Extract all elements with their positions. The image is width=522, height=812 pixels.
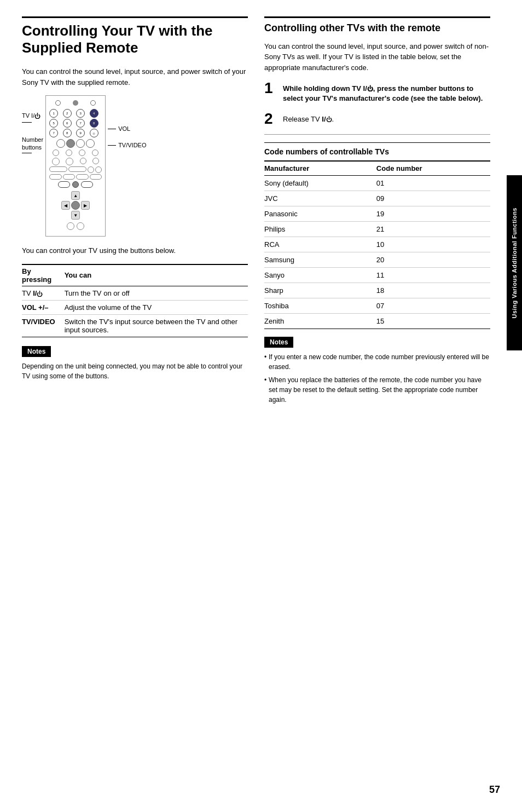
notes-section-right: Notes If you enter a new code number, th… [264,337,490,405]
col2-header: You can [65,264,248,286]
code-table-row: Zenith15 [264,314,490,329]
manufacturer-cell: Sharp [264,283,376,298]
dpad: ▲ ▼ ◀ ▶ [49,181,102,230]
notes-bullet: When you replace the batteries of the re… [264,375,490,405]
col1-header: By pressing [22,264,65,286]
page-number: 57 [489,784,500,796]
right-column: Controlling other TVs with the remote Yo… [264,16,490,796]
section-title-right: Controlling other TVs with the remote [264,16,490,34]
left-column: Controlling Your TV with the Supplied Re… [22,16,248,796]
mid-buttons [49,139,102,148]
code-table-row: JVC09 [264,191,490,206]
code-cell: 15 [376,314,490,329]
manufacturer-cell: Toshiba [264,298,376,314]
manufacturer-cell: Sanyo [264,268,376,283]
main-title: Controlling Your TV with the Supplied Re… [22,16,248,56]
number-button-grid: 1 2 3 4 5 6 7 8 7 8 9 ⊕ [49,109,102,137]
tvvideo-label: TV/VIDEO [108,142,146,148]
manufacturer-cell: Panasonic [264,206,376,222]
notes-bullet: If you enter a new code number, the code… [264,352,490,372]
code-cell: 19 [376,206,490,222]
remote-right-labels: VOL TV/VIDEO [108,95,146,148]
rect-buttons [49,158,102,180]
pressing-vol: VOL +/– [22,300,65,314]
code-cell: 01 [376,176,490,191]
intro-text-right: You can control the sound level, input s… [264,41,490,73]
code-table-row: RCA10 [264,237,490,252]
notes-text-left: Depending on the unit being connected, y… [22,361,248,381]
manufacturer-cell: RCA [264,237,376,252]
code-cell: 11 [376,268,490,283]
code-table-row: Samsung20 [264,252,490,268]
code-table-title: Code numbers of controllable TVs [264,142,490,156]
code-table-row: Sanyo11 [264,268,490,283]
code-col2-header: Code number [376,161,490,176]
action-vol: Adjust the volume of the TV [65,300,248,314]
vol-label: VOL [108,125,146,132]
manufacturer-cell: JVC [264,191,376,206]
code-table-row: Panasonic19 [264,206,490,222]
step-1-num: 1 [264,80,277,96]
code-cell: 18 [376,283,490,298]
manufacturer-cell: Philips [264,222,376,237]
notes-label-right: Notes [264,337,293,348]
code-cell: 07 [376,298,490,314]
action-tv-power: Turn the TV on or off [65,286,248,300]
pressing-tvvideo: TV/VIDEO [22,314,65,337]
step-2-num: 2 [264,111,277,126]
remote-left-labels: TV I/⏻ Number buttons [22,95,43,161]
code-table-row: Sharp18 [264,283,490,298]
code-col1-header: Manufacturer [264,161,376,176]
code-table-row: Philips21 [264,222,490,237]
table-row: TV/VIDEO Switch the TV's input source be… [22,314,248,337]
code-cell: 21 [376,222,490,237]
code-table: Manufacturer Code number Sony (default)0… [264,160,490,329]
manufacturer-cell: Sony (default) [264,176,376,191]
remote-image: 1 2 3 4 5 6 7 8 7 8 9 ⊕ [45,95,106,237]
press-table: By pressing You can TV I/⏻ Turn the TV o… [22,264,248,337]
intro-text-left: You can control the sound level, input s… [22,66,248,88]
step-2-text: Release TV I/⏻. [283,111,334,124]
manufacturer-cell: Zenith [264,314,376,329]
code-cell: 09 [376,191,490,206]
action-tvvideo: Switch the TV's input source between the… [65,314,248,337]
table-row: TV I/⏻ Turn the TV on or off [22,286,248,300]
number-buttons-label: Number buttons [22,136,43,154]
notes-label-left: Notes [22,346,51,357]
pressing-tv-power: TV I/⏻ [22,286,65,300]
manufacturer-cell: Samsung [264,252,376,268]
step-1: 1 While holding down TV I/⏻, press the n… [264,80,490,103]
code-cell: 20 [376,252,490,268]
notes-section-left: Notes Depending on the unit being connec… [22,346,248,381]
side-tab: Using Various Additional Functions [507,175,522,350]
table-row: VOL +/– Adjust the volume of the TV [22,300,248,314]
step-2: 2 Release TV I/⏻. [264,111,490,126]
code-table-row: Sony (default)01 [264,176,490,191]
notes-bullets-right: If you enter a new code number, the code… [264,352,490,405]
below-text: You can control your TV using the button… [22,245,248,256]
remote-diagram: TV I/⏻ Number buttons [22,95,248,237]
code-cell: 10 [376,237,490,252]
code-table-row: Toshiba07 [264,298,490,314]
step-1-text: While holding down TV I/⏻, press the num… [283,80,490,103]
side-tab-label: Using Various Additional Functions [511,208,518,318]
tv-power-label: TV I/⏻ [22,112,43,122]
